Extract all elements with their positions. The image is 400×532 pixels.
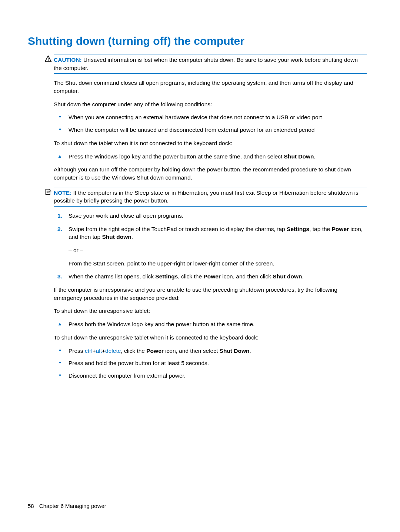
step-text: Save your work and close all open progra…	[69, 213, 183, 219]
shutdown-steps: 1. Save your work and close all open pro…	[54, 212, 367, 281]
bold-text: Shut Down	[284, 153, 314, 160]
step-item: 3. When the charms list opens, click Set…	[54, 272, 367, 281]
text: , click the	[121, 348, 146, 354]
list-item: Press the Windows logo key and the power…	[54, 153, 367, 161]
warning-icon	[44, 55, 52, 63]
conditions-list: When you are connecting an external hard…	[54, 113, 367, 134]
paragraph: Shut down the computer under any of the …	[54, 100, 367, 108]
page-number: 58	[28, 503, 34, 509]
text: Press the Windows logo key and the power…	[69, 153, 284, 160]
note-label: NOTE:	[54, 190, 71, 196]
list-item: When the computer will be unused and dis…	[54, 126, 367, 134]
page-footer: 58 Chapter 6 Managing power	[28, 502, 106, 510]
bold-text: Shut Down	[220, 348, 250, 354]
paragraph: Although you can turn off the computer b…	[54, 165, 367, 181]
svg-point-1	[48, 60, 49, 61]
key-delete: delete	[105, 348, 121, 354]
caution-callout: CAUTION: Unsaved information is lost whe…	[54, 54, 367, 73]
bold-text: Power	[146, 348, 164, 354]
bold-text: Shut down	[102, 234, 131, 240]
plus-separator: +	[102, 348, 105, 354]
paragraph: If the computer is unresponsive and you …	[54, 286, 367, 302]
note-callout: NOTE: If the computer is in the Sleep st…	[54, 187, 367, 206]
paragraph: To shut down the unresponsive tablet whe…	[54, 334, 367, 342]
key-alt: alt	[96, 348, 102, 354]
or-separator: – or –	[69, 246, 367, 254]
procedure-list: Press both the Windows logo key and the …	[54, 320, 367, 328]
text: icon, and then click	[221, 273, 273, 280]
list-item: Press both the Windows logo key and the …	[54, 320, 367, 328]
bold-text: Power	[332, 226, 349, 232]
caution-label: CAUTION:	[54, 57, 82, 63]
step-item: 2. Swipe from the right edge of the Touc…	[54, 225, 367, 268]
bold-text: Settings	[287, 226, 309, 232]
paragraph: To shut down the unresponsive tablet:	[54, 307, 367, 315]
bold-text: Shut down	[273, 273, 302, 280]
procedure-list: Press the Windows logo key and the power…	[54, 153, 367, 161]
text: , tap the	[309, 226, 331, 232]
plus-separator: +	[93, 348, 96, 354]
bold-text: Settings	[155, 273, 178, 280]
text: , click the	[178, 273, 203, 280]
list-item: Press ctrl+alt+delete, click the Power i…	[54, 347, 367, 355]
paragraph: The Shut down command closes all open pr…	[54, 79, 367, 95]
page-content: CAUTION: Unsaved information is lost whe…	[54, 54, 367, 380]
note-bottom-rule	[54, 206, 367, 207]
emergency-list: Press ctrl+alt+delete, click the Power i…	[54, 347, 367, 380]
paragraph: To shut down the tablet when it is not c…	[54, 139, 367, 147]
text: Swipe from the right edge of the TouchPa…	[69, 226, 287, 232]
step-number: 2.	[57, 225, 62, 233]
text: .	[302, 273, 304, 280]
text: .	[314, 153, 316, 160]
svg-rect-2	[46, 190, 50, 194]
note-icon	[44, 188, 52, 196]
text: When the charms list opens, click	[69, 273, 155, 280]
key-ctrl: ctrl	[85, 348, 93, 354]
alt-text: From the Start screen, point to the uppe…	[69, 260, 367, 268]
step-number: 3.	[57, 272, 62, 281]
text: .	[250, 348, 251, 354]
step-item: 1. Save your work and close all open pro…	[54, 212, 367, 220]
list-item: Disconnect the computer from external po…	[54, 372, 367, 380]
list-item: When you are connecting an external hard…	[54, 113, 367, 121]
list-item: Press and hold the power button for at l…	[54, 359, 367, 367]
chapter-label: Chapter 6 Managing power	[39, 503, 106, 509]
page-title: Shutting down (turning off) the computer	[28, 33, 367, 49]
note-text: If the computer is in the Sleep state or…	[54, 190, 359, 204]
bold-text: Power	[203, 273, 221, 280]
text: Press	[69, 348, 85, 354]
text: .	[131, 234, 133, 240]
caution-bottom-rule	[54, 73, 367, 74]
caution-text: Unsaved information is lost when the com…	[54, 57, 358, 71]
step-number: 1.	[57, 212, 62, 220]
text: icon, and then select	[164, 348, 220, 354]
